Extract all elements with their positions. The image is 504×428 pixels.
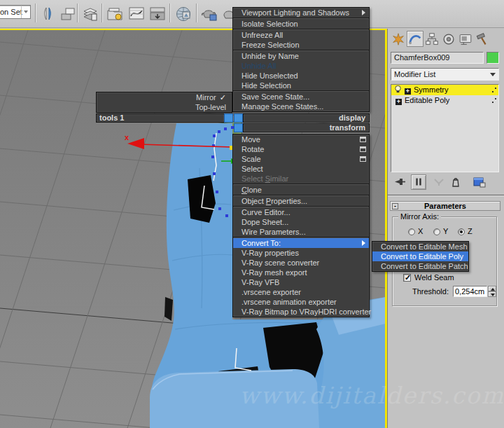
menu-item-v-ray-scene-converter[interactable]: V-Ray scene converter [233, 258, 369, 268]
modifier-stack-item-editable-poly[interactable]: +Editable Poly [391, 95, 498, 106]
menu-item-object-properties[interactable]: Object Properties... [233, 196, 369, 206]
radio-circle-icon[interactable] [458, 228, 465, 235]
spinner-up-icon[interactable] [488, 286, 496, 291]
menu-item-convert-to[interactable]: Convert To: [233, 238, 369, 248]
menu-item-label: Convert To: [241, 239, 281, 247]
show-end-result-icon[interactable] [411, 174, 426, 190]
threshold-field[interactable]: 0,254cm [453, 286, 487, 297]
settings-dialog-icon[interactable] [360, 146, 366, 152]
menu-item-select[interactable]: Select [233, 164, 369, 174]
menu-item-move[interactable]: Move [233, 134, 369, 144]
weld-seam-row[interactable]: Weld Seam [403, 273, 454, 282]
quad-corner-marker[interactable] [234, 123, 243, 132]
menu-item-convert-to-editable-poly[interactable]: Convert to Editable Poly [372, 251, 468, 261]
menu-item-label: Convert to Editable Poly [381, 252, 463, 261]
object-name-field[interactable]: ChamferBox009 [391, 52, 484, 64]
remove-modifier-icon[interactable] [448, 174, 463, 190]
tab-modify[interactable] [407, 31, 424, 47]
schematic-view-icon[interactable] [148, 5, 167, 23]
expand-plus-icon[interactable]: + [396, 99, 402, 105]
mesh-hole-back [188, 175, 216, 223]
menu-item-isolate-selection[interactable]: Isolate Selection [233, 19, 369, 29]
quad-corner-marker[interactable] [224, 113, 233, 123]
gizmo-x-label: x [125, 133, 130, 141]
menu-item-curve-editor[interactable]: Curve Editor... [233, 207, 369, 217]
menu-item-label: Object Properties... [241, 197, 307, 205]
radio-label: X [418, 227, 423, 235]
radio-circle-icon[interactable] [408, 228, 415, 235]
menu-item-label: Curve Editor... [241, 208, 290, 216]
modifier-enabled-bulb-icon[interactable] [393, 85, 402, 94]
menu-item-scale[interactable]: Scale [233, 154, 369, 164]
menu-item-clone[interactable]: Clone [233, 185, 369, 195]
menu-item-v-ray-mesh-export[interactable]: V-Ray mesh export [233, 268, 369, 277]
chevron-down-icon[interactable] [21, 6, 30, 18]
scene-states-icon[interactable] [106, 5, 124, 23]
tab-create[interactable] [390, 31, 407, 47]
mesh-hole-small [164, 297, 173, 321]
toolbar-separator [102, 4, 103, 22]
menu-item-v-ray-properties[interactable]: V-Ray properties [233, 248, 369, 258]
menu-item-convert-to-editable-mesh[interactable]: Convert to Editable Mesh [372, 242, 468, 251]
motion-wheel-icon [441, 32, 456, 47]
menu-item-label: V-Ray mesh export [241, 268, 307, 277]
toolbar-separator [196, 4, 197, 22]
menu-item-rotate[interactable]: Rotate [233, 144, 369, 154]
menu-item-v-ray-vfb[interactable]: V-Ray VFB [233, 277, 369, 287]
tab-hierarchy[interactable] [424, 31, 440, 47]
curve-editor-icon[interactable] [127, 5, 146, 23]
pin-stack-icon[interactable] [391, 174, 407, 190]
menu-item-top-level[interactable]: Top-level [97, 102, 232, 112]
menu-item-manage-scene-states[interactable]: Manage Scene States... [233, 102, 369, 111]
tab-motion[interactable] [440, 31, 457, 47]
menu-item-wire-parameters[interactable]: Wire Parameters... [233, 227, 369, 237]
mirror-axis-radio-z[interactable]: Z [458, 227, 472, 235]
settings-dialog-icon[interactable] [360, 137, 366, 142]
expand-plus-icon[interactable]: + [405, 88, 411, 95]
make-unique-icon[interactable] [431, 174, 447, 190]
tab-display[interactable] [457, 31, 474, 47]
modifier-stack-item-symmetry[interactable]: +Symmetry [391, 85, 498, 95]
align-icon[interactable] [59, 5, 77, 23]
chevron-down-icon[interactable] [487, 69, 498, 79]
modifier-list-dropdown[interactable]: Modifier List [391, 68, 499, 81]
menu-item-save-scene-state[interactable]: Save Scene State... [233, 92, 369, 102]
chair-cushion[interactable] [150, 369, 319, 428]
menu-item-dope-sheet[interactable]: Dope Sheet... [233, 217, 369, 227]
menu-item-unhide-all[interactable]: Unhide All [233, 61, 369, 71]
menu-item-freeze-selection[interactable]: Freeze Selection [233, 40, 369, 50]
menu-item-label: Isolate Selection [241, 20, 298, 28]
configure-modifier-sets-icon[interactable] [472, 174, 487, 190]
mirror-icon[interactable] [39, 5, 57, 23]
menu-item-label: Mirror [196, 93, 216, 102]
weld-seam-checkbox[interactable] [403, 274, 411, 282]
menu-item-select-similar[interactable]: Select Similar [233, 174, 369, 184]
menu-item-convert-to-editable-patch[interactable]: Convert to Editable Patch [372, 261, 468, 271]
layer-manager-icon[interactable] [81, 5, 99, 23]
parameters-rollout-header[interactable]: - Parameters [390, 201, 500, 211]
render-setup-icon[interactable] [200, 5, 218, 23]
menu-item-label: Wire Parameters... [241, 228, 306, 236]
named-selection-set-combo[interactable]: on Set [0, 5, 31, 19]
material-editor-icon[interactable] [174, 5, 192, 23]
menu-item-label: Freeze Selection [241, 41, 300, 49]
menu-item-hide-selection[interactable]: Hide Selection [233, 81, 369, 90]
mirror-axis-radio-x[interactable]: X [408, 227, 423, 235]
radio-circle-icon[interactable] [433, 228, 440, 235]
settings-dialog-icon[interactable] [360, 156, 366, 162]
spinner-down-icon[interactable] [488, 291, 496, 297]
quad-corner-marker[interactable] [234, 113, 243, 123]
menu-item-v-ray-bitmap-to-vrayhdri-converter[interactable]: V-Ray Bitmap to VRayHDRI converter [233, 307, 369, 317]
rollout-collapse-icon[interactable]: - [392, 203, 398, 209]
menu-item-vrscene-animation-exporter[interactable]: .vrscene animation exporter [233, 297, 369, 307]
menu-item-viewport-lighting-and-shadows[interactable]: Viewport Lighting and Shadows [233, 8, 369, 18]
submenu-arrow-icon [362, 240, 365, 246]
menu-item-unhide-by-name[interactable]: Unhide by Name [233, 51, 369, 61]
menu-item-vrscene-exporter[interactable]: .vrscene exporter [233, 287, 369, 297]
object-color-swatch[interactable] [486, 52, 499, 64]
mirror-axis-radio-y[interactable]: Y [433, 227, 448, 235]
tab-utilities[interactable] [474, 31, 491, 47]
menu-item-hide-unselected[interactable]: Hide Unselected [233, 71, 369, 81]
menu-item-mirror[interactable]: Mirror✓ [97, 92, 232, 102]
menu-item-unfreeze-all[interactable]: Unfreeze All [233, 30, 369, 40]
